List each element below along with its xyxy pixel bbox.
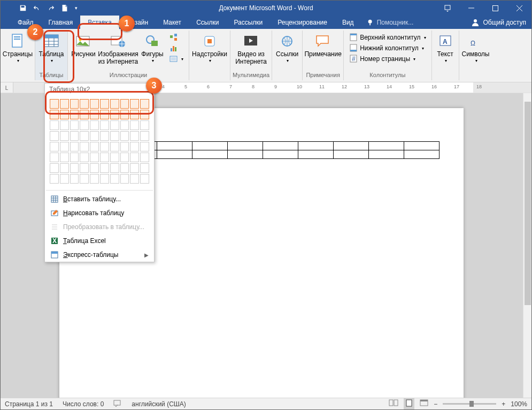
draw-table-item[interactable]: Нарисовать таблицу bbox=[45, 206, 154, 220]
grid-cell[interactable] bbox=[60, 131, 69, 141]
grid-cell[interactable] bbox=[50, 131, 59, 141]
grid-cell[interactable] bbox=[90, 110, 99, 119]
grid-cell[interactable] bbox=[50, 142, 59, 151]
grid-cell[interactable] bbox=[70, 120, 79, 130]
share-button[interactable]: Общий доступ bbox=[483, 19, 526, 26]
grid-cell[interactable] bbox=[70, 153, 79, 162]
status-words[interactable]: Число слов: 0 bbox=[63, 400, 104, 408]
zoom-in-button[interactable]: + bbox=[502, 400, 505, 408]
minimize-button[interactable] bbox=[459, 1, 483, 16]
maximize-button[interactable] bbox=[483, 1, 507, 16]
status-page[interactable]: Страница 1 из 1 bbox=[5, 400, 53, 408]
grid-cell[interactable] bbox=[130, 174, 139, 184]
grid-cell[interactable] bbox=[110, 174, 119, 184]
view-web-button[interactable] bbox=[420, 399, 428, 408]
grid-cell[interactable] bbox=[120, 131, 129, 141]
undo-button[interactable] bbox=[30, 2, 43, 14]
grid-cell[interactable] bbox=[60, 153, 69, 162]
new-doc-button[interactable] bbox=[58, 2, 71, 14]
redo-button[interactable] bbox=[44, 2, 57, 14]
grid-cell[interactable] bbox=[50, 99, 59, 109]
table-size-grid[interactable] bbox=[45, 95, 154, 188]
grid-cell[interactable] bbox=[70, 163, 79, 173]
grid-cell[interactable] bbox=[80, 131, 89, 141]
grid-cell[interactable] bbox=[50, 163, 59, 173]
grid-cell[interactable] bbox=[60, 142, 69, 151]
addins-button[interactable]: Надстройки▾ bbox=[191, 32, 228, 64]
grid-cell[interactable] bbox=[100, 142, 109, 151]
tab-home[interactable]: Главная bbox=[41, 16, 81, 29]
grid-cell[interactable] bbox=[130, 153, 139, 162]
grid-cell[interactable] bbox=[60, 110, 69, 119]
grid-cell[interactable] bbox=[80, 120, 89, 130]
grid-cell[interactable] bbox=[100, 131, 109, 141]
grid-cell[interactable] bbox=[60, 163, 69, 173]
grid-cell[interactable] bbox=[110, 131, 119, 141]
insert-table-item[interactable]: Вставить таблицу... bbox=[45, 192, 154, 206]
symbols-button[interactable]: Ω Символы▾ bbox=[461, 32, 490, 64]
grid-cell[interactable] bbox=[120, 163, 129, 173]
grid-cell[interactable] bbox=[130, 110, 139, 119]
textbox-button[interactable]: A Текст▾ bbox=[434, 32, 457, 64]
grid-cell[interactable] bbox=[140, 153, 149, 162]
status-spellcheck-icon[interactable] bbox=[113, 399, 122, 408]
status-language[interactable]: английский (США) bbox=[132, 400, 186, 408]
pagenumber-button[interactable]: #Номер страницы▾ bbox=[347, 54, 428, 64]
grid-cell[interactable] bbox=[130, 99, 139, 109]
grid-cell[interactable] bbox=[140, 131, 149, 141]
grid-cell[interactable] bbox=[100, 174, 109, 184]
view-print-button[interactable] bbox=[404, 398, 414, 409]
grid-cell[interactable] bbox=[120, 110, 129, 119]
grid-cell[interactable] bbox=[80, 142, 89, 151]
grid-cell[interactable] bbox=[50, 174, 59, 184]
grid-cell[interactable] bbox=[80, 153, 89, 162]
zoom-out-button[interactable]: − bbox=[434, 400, 437, 408]
links-button[interactable]: Ссылки▾ bbox=[274, 32, 300, 64]
grid-cell[interactable] bbox=[140, 110, 149, 119]
grid-cell[interactable] bbox=[60, 120, 69, 130]
grid-cell[interactable] bbox=[70, 131, 79, 141]
zoom-slider[interactable] bbox=[443, 403, 496, 405]
close-button[interactable] bbox=[507, 1, 531, 16]
grid-cell[interactable] bbox=[120, 142, 129, 151]
grid-cell[interactable] bbox=[140, 174, 149, 184]
grid-cell[interactable] bbox=[130, 131, 139, 141]
tab-review[interactable]: Рецензирование bbox=[270, 16, 335, 29]
grid-cell[interactable] bbox=[130, 142, 139, 151]
grid-cell[interactable] bbox=[90, 120, 99, 130]
video-button[interactable]: Видео из Интернета bbox=[235, 32, 268, 67]
vertical-scrollbar[interactable] bbox=[523, 93, 531, 398]
grid-cell[interactable] bbox=[80, 174, 89, 184]
grid-cell[interactable] bbox=[70, 110, 79, 119]
grid-cell[interactable] bbox=[140, 142, 149, 151]
grid-cell[interactable] bbox=[100, 110, 109, 119]
grid-cell[interactable] bbox=[120, 99, 129, 109]
ribbon-options-button[interactable] bbox=[435, 1, 459, 16]
grid-cell[interactable] bbox=[110, 142, 119, 151]
grid-cell[interactable] bbox=[100, 153, 109, 162]
grid-cell[interactable] bbox=[140, 99, 149, 109]
grid-cell[interactable] bbox=[50, 153, 59, 162]
grid-cell[interactable] bbox=[60, 99, 69, 109]
save-button[interactable] bbox=[17, 2, 29, 14]
excel-table-item[interactable]: X Таблица Excel bbox=[45, 234, 154, 248]
grid-cell[interactable] bbox=[110, 99, 119, 109]
smartart-button[interactable] bbox=[167, 33, 186, 42]
grid-cell[interactable] bbox=[120, 120, 129, 130]
grid-cell[interactable] bbox=[120, 174, 129, 184]
grid-cell[interactable] bbox=[140, 120, 149, 130]
grid-cell[interactable] bbox=[110, 120, 119, 130]
online-pictures-button[interactable]: Изображения из Интернета bbox=[98, 32, 138, 67]
view-read-button[interactable] bbox=[389, 399, 398, 408]
grid-cell[interactable] bbox=[90, 153, 99, 162]
grid-cell[interactable] bbox=[80, 163, 89, 173]
grid-cell[interactable] bbox=[80, 99, 89, 109]
shapes-button[interactable]: Фигуры▾ bbox=[140, 32, 165, 64]
tab-insert[interactable]: Вставка bbox=[80, 16, 119, 29]
grid-cell[interactable] bbox=[110, 110, 119, 119]
tab-references[interactable]: Ссылки bbox=[189, 16, 226, 29]
grid-cell[interactable] bbox=[50, 120, 59, 130]
grid-cell[interactable] bbox=[130, 120, 139, 130]
chart-button[interactable] bbox=[167, 43, 186, 53]
grid-cell[interactable] bbox=[100, 99, 109, 109]
